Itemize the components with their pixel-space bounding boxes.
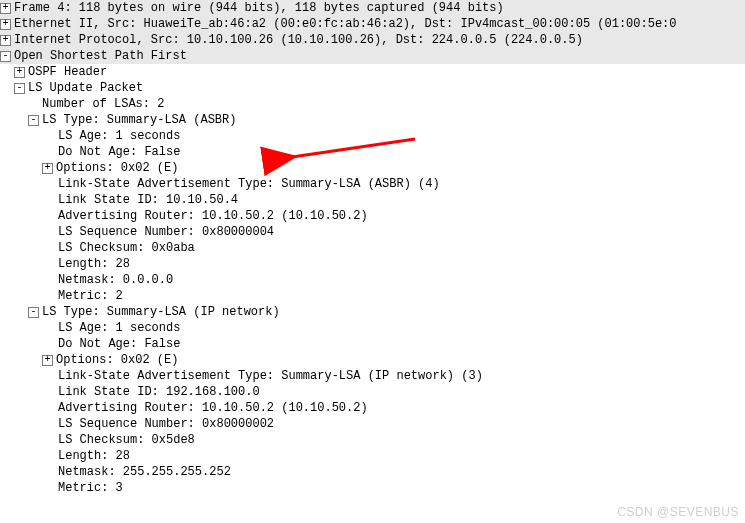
ospf-header-text: Open Shortest Path First bbox=[14, 49, 187, 63]
ospf-header-node-text: OSPF Header bbox=[28, 65, 107, 79]
collapse-icon[interactable]: - bbox=[0, 51, 11, 62]
ospf-header-node[interactable]: +OSPF Header bbox=[0, 64, 745, 80]
options-row[interactable]: +Options: 0x02 (E) bbox=[0, 160, 745, 176]
expand-icon[interactable]: + bbox=[0, 3, 11, 14]
lsa-type-text: LS Type: Summary-LSA (IP network) bbox=[42, 305, 280, 319]
do-not-age-row[interactable]: Do Not Age: False bbox=[0, 144, 745, 160]
advertising-router-text: Advertising Router: 10.10.50.2 (10.10.50… bbox=[58, 401, 368, 415]
ls-checksum-row[interactable]: LS Checksum: 0x5de8 bbox=[0, 432, 745, 448]
frame-header-text: Frame 4: 118 bytes on wire (944 bits), 1… bbox=[14, 1, 504, 15]
ls-seq-text: LS Sequence Number: 0x80000004 bbox=[58, 225, 274, 239]
lsa-type-text: LS Type: Summary-LSA (ASBR) bbox=[42, 113, 236, 127]
ls-seq-row[interactable]: LS Sequence Number: 0x80000004 bbox=[0, 224, 745, 240]
ip-header-row[interactable]: +Internet Protocol, Src: 10.10.100.26 (1… bbox=[0, 32, 745, 48]
metric-text: Metric: 3 bbox=[58, 481, 123, 495]
netmask-text: Netmask: 0.0.0.0 bbox=[58, 273, 173, 287]
lsa-adv-type-text: Link-State Advertisement Type: Summary-L… bbox=[58, 369, 483, 383]
num-lsas-text: Number of LSAs: 2 bbox=[42, 97, 164, 111]
ls-age-row[interactable]: LS Age: 1 seconds bbox=[0, 128, 745, 144]
do-not-age-text: Do Not Age: False bbox=[58, 145, 180, 159]
packet-details-pane: +Frame 4: 118 bytes on wire (944 bits), … bbox=[0, 0, 745, 523]
options-text: Options: 0x02 (E) bbox=[56, 161, 178, 175]
netmask-row[interactable]: Netmask: 255.255.255.252 bbox=[0, 464, 745, 480]
advertising-router-row[interactable]: Advertising Router: 10.10.50.2 (10.10.50… bbox=[0, 400, 745, 416]
length-text: Length: 28 bbox=[58, 449, 130, 463]
collapse-icon[interactable]: - bbox=[28, 115, 39, 126]
collapse-icon[interactable]: - bbox=[14, 83, 25, 94]
length-row[interactable]: Length: 28 bbox=[0, 256, 745, 272]
advertising-router-row[interactable]: Advertising Router: 10.10.50.2 (10.10.50… bbox=[0, 208, 745, 224]
ls-checksum-text: LS Checksum: 0x0aba bbox=[58, 241, 195, 255]
ospf-header-row[interactable]: -Open Shortest Path First bbox=[0, 48, 745, 64]
ethernet-header-row[interactable]: +Ethernet II, Src: HuaweiTe_ab:46:a2 (00… bbox=[0, 16, 745, 32]
ls-update-node[interactable]: -LS Update Packet bbox=[0, 80, 745, 96]
expand-icon[interactable]: + bbox=[0, 35, 11, 46]
ethernet-header-text: Ethernet II, Src: HuaweiTe_ab:46:a2 (00:… bbox=[14, 17, 677, 31]
length-row[interactable]: Length: 28 bbox=[0, 448, 745, 464]
advertising-router-text: Advertising Router: 10.10.50.2 (10.10.50… bbox=[58, 209, 368, 223]
options-text: Options: 0x02 (E) bbox=[56, 353, 178, 367]
metric-text: Metric: 2 bbox=[58, 289, 123, 303]
ls-age-text: LS Age: 1 seconds bbox=[58, 129, 180, 143]
ls-age-row[interactable]: LS Age: 1 seconds bbox=[0, 320, 745, 336]
options-row[interactable]: +Options: 0x02 (E) bbox=[0, 352, 745, 368]
length-text: Length: 28 bbox=[58, 257, 130, 271]
lsa-type-row[interactable]: -LS Type: Summary-LSA (IP network) bbox=[0, 304, 745, 320]
ls-seq-row[interactable]: LS Sequence Number: 0x80000002 bbox=[0, 416, 745, 432]
ip-header-text: Internet Protocol, Src: 10.10.100.26 (10… bbox=[14, 33, 583, 47]
ls-checksum-text: LS Checksum: 0x5de8 bbox=[58, 433, 195, 447]
link-state-id-row[interactable]: Link State ID: 10.10.50.4 bbox=[0, 192, 745, 208]
link-state-id-row[interactable]: Link State ID: 192.168.100.0 bbox=[0, 384, 745, 400]
ls-update-text: LS Update Packet bbox=[28, 81, 143, 95]
link-state-id-text: Link State ID: 192.168.100.0 bbox=[58, 385, 260, 399]
ls-checksum-row[interactable]: LS Checksum: 0x0aba bbox=[0, 240, 745, 256]
frame-header-row[interactable]: +Frame 4: 118 bytes on wire (944 bits), … bbox=[0, 0, 745, 16]
metric-row[interactable]: Metric: 3 bbox=[0, 480, 745, 496]
lsa-adv-type-row[interactable]: Link-State Advertisement Type: Summary-L… bbox=[0, 368, 745, 384]
lsa-adv-type-text: Link-State Advertisement Type: Summary-L… bbox=[58, 177, 440, 191]
expand-icon[interactable]: + bbox=[0, 19, 11, 30]
num-lsas-row[interactable]: Number of LSAs: 2 bbox=[0, 96, 745, 112]
expand-icon[interactable]: + bbox=[42, 163, 53, 174]
collapse-icon[interactable]: - bbox=[28, 307, 39, 318]
do-not-age-row[interactable]: Do Not Age: False bbox=[0, 336, 745, 352]
watermark-text: CSDN @SEVENBUS bbox=[617, 505, 739, 519]
ls-age-text: LS Age: 1 seconds bbox=[58, 321, 180, 335]
lsa-type-row[interactable]: -LS Type: Summary-LSA (ASBR) bbox=[0, 112, 745, 128]
do-not-age-text: Do Not Age: False bbox=[58, 337, 180, 351]
netmask-text: Netmask: 255.255.255.252 bbox=[58, 465, 231, 479]
expand-icon[interactable]: + bbox=[14, 67, 25, 78]
netmask-row[interactable]: Netmask: 0.0.0.0 bbox=[0, 272, 745, 288]
expand-icon[interactable]: + bbox=[42, 355, 53, 366]
link-state-id-text: Link State ID: 10.10.50.4 bbox=[58, 193, 238, 207]
metric-row[interactable]: Metric: 2 bbox=[0, 288, 745, 304]
lsa-adv-type-row[interactable]: Link-State Advertisement Type: Summary-L… bbox=[0, 176, 745, 192]
ls-seq-text: LS Sequence Number: 0x80000002 bbox=[58, 417, 274, 431]
